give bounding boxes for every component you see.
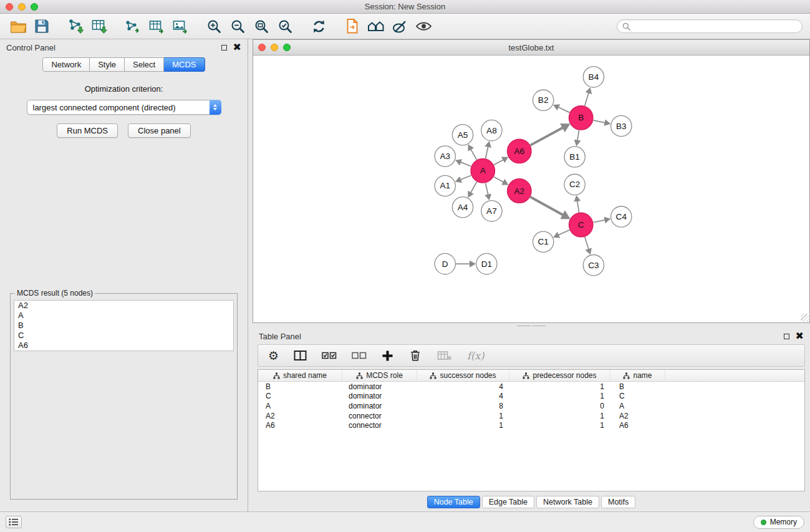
graph-node-C3[interactable]: C3: [583, 254, 604, 275]
import-network-button[interactable]: [64, 16, 87, 36]
zoom-out-button[interactable]: [226, 16, 249, 36]
tab-node-table[interactable]: Node Table: [427, 496, 480, 508]
graph-node-A5[interactable]: A5: [452, 125, 473, 145]
column-visibility-button[interactable]: [294, 350, 307, 361]
graph-node-A8[interactable]: A8: [481, 120, 502, 140]
graph-edge-B-B1[interactable]: [577, 130, 579, 141]
close-panel-button[interactable]: ✖: [233, 44, 241, 51]
annotation-button[interactable]: [388, 16, 412, 36]
graph-node-A[interactable]: A: [471, 159, 494, 183]
tab-select[interactable]: Select: [125, 57, 164, 72]
tab-motifs[interactable]: Motifs: [601, 496, 635, 508]
delete-column-button[interactable]: [408, 349, 422, 362]
horizontal-splitter[interactable]: [253, 323, 810, 328]
network-zoom-button[interactable]: [283, 44, 291, 51]
graph-node-B2[interactable]: B2: [533, 90, 554, 110]
graph-edge-A-A7[interactable]: [486, 183, 488, 195]
graph-node-B1[interactable]: B1: [564, 147, 585, 167]
delete-table-button[interactable]: [437, 350, 452, 361]
graph-node-A1[interactable]: A1: [435, 175, 455, 196]
mcds-result-item[interactable]: A: [14, 311, 233, 321]
zoom-fit-button[interactable]: [249, 16, 273, 36]
graph-node-A2[interactable]: A2: [508, 179, 531, 203]
table-row[interactable]: A6connector11A6: [258, 420, 804, 430]
graph-edge-A-A8[interactable]: [486, 147, 488, 158]
table-row[interactable]: Bdominator41B: [258, 382, 804, 392]
zoom-selected-button[interactable]: [273, 16, 297, 36]
mcds-result-list[interactable]: A2ABCA6: [14, 300, 234, 351]
import-table-button[interactable]: [87, 16, 111, 36]
table-options-button[interactable]: ⚙: [268, 350, 279, 362]
graph-edge-A-A6[interactable]: [494, 160, 503, 165]
column-header-successor-nodes[interactable]: successor nodes: [417, 370, 509, 381]
search-input[interactable]: [634, 22, 797, 31]
close-table-panel-button[interactable]: ✖: [796, 333, 804, 339]
document-export-button[interactable]: [340, 16, 364, 36]
float-table-panel-button[interactable]: [784, 332, 789, 341]
close-window-button[interactable]: [6, 3, 13, 11]
graph-node-C[interactable]: C: [569, 213, 593, 236]
graph-edge-B-B2[interactable]: [558, 107, 569, 113]
run-mcds-button[interactable]: Run MCDS: [57, 123, 118, 138]
tab-style[interactable]: Style: [90, 57, 125, 72]
graph-edge-C-C3[interactable]: [585, 237, 589, 249]
dropdown-stepper[interactable]: [210, 100, 221, 115]
graph-edge-A6-B[interactable]: [531, 127, 564, 145]
export-image-button[interactable]: [168, 16, 192, 36]
graph-node-A6[interactable]: A6: [508, 139, 531, 163]
vertical-splitter[interactable]: [248, 39, 253, 511]
graph-edge-A-A1[interactable]: [460, 175, 471, 180]
zoom-in-button[interactable]: [202, 16, 226, 36]
graph-edge-A-A2[interactable]: [494, 177, 504, 182]
close-panel-button-2[interactable]: Close panel: [128, 123, 191, 138]
show-details-button[interactable]: [412, 16, 435, 36]
column-header-predecessor-nodes[interactable]: predecessor nodes: [509, 370, 610, 381]
table-row[interactable]: A2connector11A2: [258, 411, 804, 421]
graph-edge-C-C2[interactable]: [577, 201, 579, 213]
graph-edge-B-B3[interactable]: [593, 120, 605, 123]
criterion-dropdown[interactable]: largest connected component (directed): [27, 100, 221, 115]
minimize-window-button[interactable]: [18, 3, 26, 11]
graph-node-D[interactable]: D: [435, 253, 455, 274]
network-minimize-button[interactable]: [271, 44, 278, 51]
open-session-button[interactable]: [6, 16, 30, 36]
graph-node-A3[interactable]: A3: [435, 146, 455, 167]
export-network-button[interactable]: [121, 16, 145, 36]
graph-node-B[interactable]: B: [569, 106, 593, 130]
search-field[interactable]: [617, 19, 803, 33]
graph-node-B3[interactable]: B3: [611, 115, 632, 136]
network-close-button[interactable]: [258, 44, 266, 51]
graph-node-B4[interactable]: B4: [583, 67, 604, 87]
tab-mcds[interactable]: MCDS: [164, 57, 205, 72]
network-canvas[interactable]: AA6A2BCA1A3A4A5A7A8B1B2B3B4C1C2C3C4DD1: [253, 56, 809, 322]
column-header-name[interactable]: name: [610, 370, 665, 381]
graph-edge-C-C4[interactable]: [593, 220, 605, 223]
graph-edge-A-A5[interactable]: [471, 149, 477, 160]
graph-node-A4[interactable]: A4: [452, 197, 473, 218]
task-history-button[interactable]: [6, 516, 22, 528]
mcds-result-item[interactable]: C: [14, 331, 233, 341]
tab-network[interactable]: Network: [42, 57, 90, 72]
graph-edge-A2-C[interactable]: [531, 197, 564, 215]
graph-edge-A-A4[interactable]: [471, 181, 477, 193]
table-row[interactable]: Cdominator41C: [258, 392, 804, 402]
float-panel-button[interactable]: [221, 43, 227, 52]
network-window-titlebar[interactable]: testGlobe.txt: [253, 40, 809, 56]
deselect-all-rows-button[interactable]: [352, 351, 367, 360]
graph-edge-A-A3[interactable]: [460, 162, 471, 167]
function-builder-button[interactable]: f(x): [467, 350, 484, 362]
graph-node-C1[interactable]: C1: [533, 231, 554, 252]
tab-edge-table[interactable]: Edge Table: [482, 496, 534, 508]
save-session-button[interactable]: [30, 16, 54, 36]
graph-node-A7[interactable]: A7: [481, 201, 502, 221]
mcds-result-item[interactable]: A6: [14, 341, 233, 351]
mcds-result-item[interactable]: A2: [14, 301, 233, 311]
mcds-result-item[interactable]: B: [14, 321, 233, 331]
select-all-rows-button[interactable]: [322, 351, 337, 360]
first-neighbors-button[interactable]: [364, 16, 388, 36]
apply-layout-button[interactable]: [307, 16, 330, 36]
table-row[interactable]: Adominator80A: [258, 401, 804, 411]
graph-edge-B-B4[interactable]: [585, 92, 589, 105]
column-header-mcds-role[interactable]: MCDS role: [342, 370, 417, 381]
column-header-shared-name[interactable]: shared name: [258, 370, 342, 381]
